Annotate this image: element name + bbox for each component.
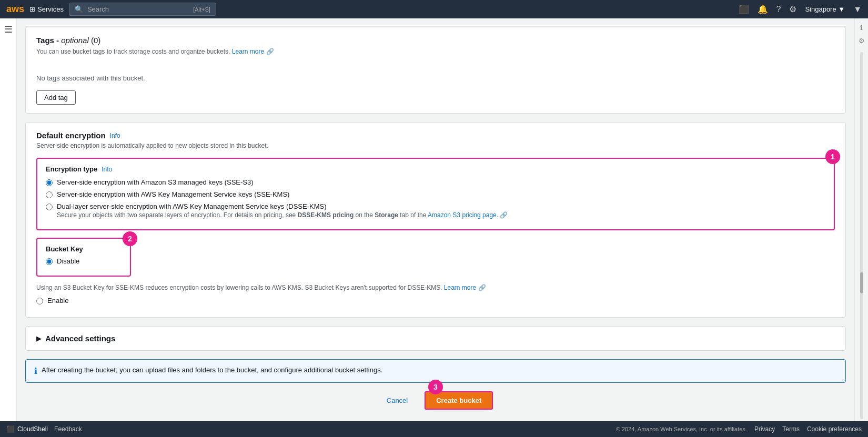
- scrollbar-track[interactable]: [860, 52, 863, 419]
- cloudshell-label: CloudShell: [17, 425, 48, 433]
- tags-count: (0): [91, 36, 100, 45]
- search-placeholder: Search: [83, 5, 193, 13]
- advanced-settings-card: ▶ Advanced settings: [25, 326, 846, 351]
- cloudshell-button[interactable]: ⬛ CloudShell: [6, 425, 48, 433]
- privacy-link[interactable]: Privacy: [754, 425, 775, 433]
- encryption-section: Default encryption Info Server-side encr…: [26, 123, 845, 317]
- encryption-section-card: Default encryption Info Server-side encr…: [25, 122, 846, 318]
- footer: ⬛ CloudShell Feedback © 2024, Amazon Web…: [0, 421, 868, 437]
- bucket-key-disable-option[interactable]: Disable: [46, 257, 122, 265]
- radio-bucket-key-enable[interactable]: [36, 298, 43, 304]
- radio-sse-kms[interactable]: [46, 191, 53, 198]
- side-rail: ☰: [0, 18, 17, 421]
- encryption-type-label-row: Encryption type Info: [46, 165, 825, 173]
- feedback-link[interactable]: Feedback: [54, 425, 82, 433]
- encryption-title: Default encryption: [36, 131, 106, 140]
- help-icon[interactable]: ?: [776, 5, 781, 14]
- terminal-footer-icon: ⬛: [6, 425, 14, 433]
- bucket-key-disable-label: Disable: [57, 257, 79, 265]
- scrollbar-thumb[interactable]: [860, 272, 863, 293]
- right-rail: ℹ ⚙: [854, 18, 868, 421]
- region-selector[interactable]: Singapore ▼: [805, 5, 845, 13]
- add-tag-button[interactable]: Add tag: [36, 90, 76, 105]
- advanced-settings-title[interactable]: ▶ Advanced settings: [36, 334, 835, 343]
- copyright-text: © 2024, Amazon Web Services, Inc. or its…: [616, 426, 747, 432]
- chevron-right-icon: ▶: [36, 335, 41, 342]
- nav-right: ⬛ 🔔 ? ⚙ Singapore ▼ ▼: [739, 4, 862, 14]
- tags-learn-more-link[interactable]: Learn more: [232, 48, 264, 55]
- tags-header: Tags - optional (0): [36, 36, 835, 45]
- terms-link[interactable]: Terms: [782, 425, 800, 433]
- expand-icon[interactable]: ▼: [853, 5, 862, 14]
- radio-dsse-kms-sublabel: Secure your objects with two separate la…: [57, 211, 508, 219]
- encryption-description: Server-side encryption is automatically …: [36, 142, 835, 149]
- settings-rail-icon[interactable]: ⚙: [859, 37, 865, 45]
- encryption-info-link[interactable]: Info: [110, 132, 120, 139]
- main-content: Tags - optional (0) You can use bucket t…: [17, 18, 854, 426]
- advanced-section: ▶ Advanced settings: [26, 327, 845, 350]
- radio-bucket-key-disable[interactable]: [46, 258, 53, 265]
- services-menu[interactable]: ⊞ Services: [29, 5, 64, 13]
- search-icon: 🔍: [75, 5, 83, 13]
- bucket-key-description: Using an S3 Bucket Key for SSE-KMS reduc…: [36, 284, 835, 291]
- action-row: 3 Cancel Create bucket: [25, 391, 846, 410]
- footer-right: © 2024, Amazon Web Services, Inc. or its…: [616, 425, 862, 433]
- radio-sse-kms-label: Server-side encryption with AWS Key Mana…: [57, 190, 289, 198]
- encryption-title-row: Default encryption Info: [36, 131, 835, 140]
- bucket-key-annotation-box: 2 Bucket Key Disable: [36, 238, 131, 277]
- tags-title-text: Tags -: [36, 36, 61, 45]
- cancel-button[interactable]: Cancel: [378, 392, 416, 409]
- cookie-preferences-link[interactable]: Cookie preferences: [807, 425, 862, 433]
- search-shortcut: [Alt+S]: [193, 6, 210, 13]
- advanced-settings-label: Advanced settings: [45, 334, 115, 343]
- tags-section: Tags - optional (0) You can use bucket t…: [26, 27, 845, 113]
- radio-sse-s3[interactable]: [46, 179, 53, 186]
- settings-icon[interactable]: ⚙: [789, 4, 796, 14]
- bucket-key-learn-more-link[interactable]: Learn more: [444, 284, 476, 291]
- radio-option-sse-kms[interactable]: Server-side encryption with AWS Key Mana…: [46, 190, 825, 198]
- hamburger-icon[interactable]: ☰: [4, 24, 13, 35]
- info-banner-icon: ℹ: [34, 366, 37, 376]
- info-banner-text: After creating the bucket, you can uploa…: [42, 366, 382, 374]
- info-circle-icon[interactable]: ℹ: [860, 24, 863, 32]
- radio-dsse-kms[interactable]: [46, 204, 53, 210]
- annotation-badge-3: 3: [428, 380, 443, 394]
- annotation-badge-2: 2: [123, 231, 137, 246]
- encryption-type-label: Encryption type: [46, 165, 97, 173]
- radio-option-dsse-kms[interactable]: Dual-layer server-side encryption with A…: [46, 202, 825, 219]
- search-bar[interactable]: 🔍 Search [Alt+S]: [69, 3, 216, 16]
- bell-icon[interactable]: 🔔: [758, 4, 768, 14]
- annotation-badge-1: 1: [825, 149, 840, 164]
- bucket-key-enable-option[interactable]: Enable: [36, 297, 835, 304]
- bucket-key-enable-label: Enable: [47, 297, 68, 304]
- services-label: Services: [37, 5, 64, 13]
- no-tags-message: No tags associated with this bucket.: [36, 74, 835, 82]
- grid-icon: ⊞: [29, 5, 35, 13]
- s3-pricing-page-link[interactable]: Amazon S3 pricing page. 🔗: [428, 211, 508, 219]
- radio-option-sse-s3[interactable]: Server-side encryption with Amazon S3 ma…: [46, 178, 825, 186]
- bucket-key-label: Bucket Key: [46, 245, 122, 253]
- terminal-icon[interactable]: ⬛: [739, 4, 749, 14]
- aws-logo: aws: [6, 4, 24, 15]
- encryption-type-info-link[interactable]: Info: [102, 166, 112, 173]
- tags-optional-text: optional: [61, 36, 89, 45]
- radio-sse-s3-label: Server-side encryption with Amazon S3 ma…: [57, 178, 254, 186]
- tags-description: You can use bucket tags to track storage…: [36, 48, 835, 55]
- encryption-type-box: 1 Encryption type Info Server-side encry…: [36, 158, 835, 230]
- annotation-badge-3-wrapper: 3: [428, 380, 443, 394]
- tags-section-card: Tags - optional (0) You can use bucket t…: [25, 27, 846, 114]
- bucket-key-section: 2 Bucket Key Disable Using an S3 Bucket …: [36, 238, 835, 304]
- top-navigation: aws ⊞ Services 🔍 Search [Alt+S] ⬛ 🔔 ? ⚙ …: [0, 0, 868, 18]
- radio-dsse-kms-label: Dual-layer server-side encryption with A…: [57, 202, 508, 210]
